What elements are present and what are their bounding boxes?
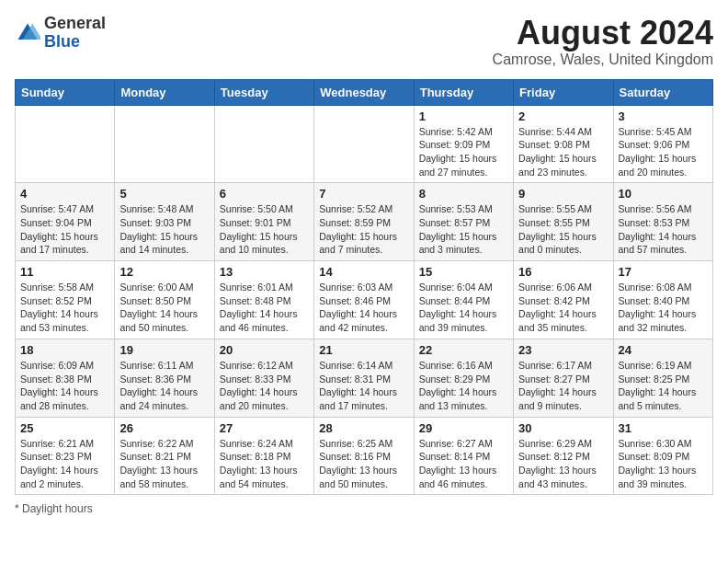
day-number: 7: [319, 187, 408, 201]
day-info: Sunrise: 5:42 AM Sunset: 9:09 PM Dayligh…: [419, 125, 508, 179]
column-header-monday: Monday: [115, 79, 214, 105]
day-info: Sunrise: 6:21 AM Sunset: 8:23 PM Dayligh…: [20, 437, 109, 491]
day-number: 6: [220, 187, 309, 201]
day-info: Sunrise: 6:12 AM Sunset: 8:33 PM Dayligh…: [220, 359, 309, 413]
day-cell: 5Sunrise: 5:48 AM Sunset: 9:03 PM Daylig…: [115, 183, 214, 261]
day-info: Sunrise: 5:50 AM Sunset: 9:01 PM Dayligh…: [220, 202, 309, 257]
day-cell: 25Sunrise: 6:21 AM Sunset: 8:23 PM Dayli…: [16, 417, 115, 495]
day-number: 9: [518, 187, 608, 201]
day-cell: 3Sunrise: 5:45 AM Sunset: 9:06 PM Daylig…: [613, 105, 712, 183]
day-info: Sunrise: 5:45 AM Sunset: 9:06 PM Dayligh…: [619, 125, 708, 179]
day-number: 1: [419, 109, 508, 123]
week-row-5: 25Sunrise: 6:21 AM Sunset: 8:23 PM Dayli…: [16, 417, 713, 495]
day-cell: 31Sunrise: 6:30 AM Sunset: 8:09 PM Dayli…: [613, 417, 712, 495]
footer-text: * Daylight hours: [15, 502, 93, 515]
day-cell: 12Sunrise: 6:00 AM Sunset: 8:50 PM Dayli…: [115, 261, 214, 339]
day-cell: 27Sunrise: 6:24 AM Sunset: 8:18 PM Dayli…: [214, 417, 313, 495]
day-info: Sunrise: 6:17 AM Sunset: 8:27 PM Dayligh…: [518, 359, 608, 413]
day-cell: 24Sunrise: 6:19 AM Sunset: 8:25 PM Dayli…: [613, 339, 712, 417]
logo-blue: Blue: [44, 32, 80, 51]
logo-icon: [15, 20, 40, 46]
footer-note: * Daylight hours: [15, 502, 713, 515]
week-row-1: 1Sunrise: 5:42 AM Sunset: 9:09 PM Daylig…: [16, 105, 713, 183]
day-cell: 14Sunrise: 6:03 AM Sunset: 8:46 PM Dayli…: [314, 261, 414, 339]
day-number: 31: [619, 421, 708, 435]
day-number: 26: [119, 421, 209, 435]
day-info: Sunrise: 6:01 AM Sunset: 8:48 PM Dayligh…: [220, 281, 309, 335]
day-number: 24: [619, 343, 708, 357]
day-info: Sunrise: 6:24 AM Sunset: 8:18 PM Dayligh…: [220, 437, 309, 491]
day-number: 13: [220, 265, 309, 279]
day-cell: 30Sunrise: 6:29 AM Sunset: 8:12 PM Dayli…: [514, 417, 613, 495]
header: General Blue August 2024 Camrose, Wales,…: [15, 15, 713, 68]
column-header-saturday: Saturday: [613, 79, 712, 105]
day-cell: 2Sunrise: 5:44 AM Sunset: 9:08 PM Daylig…: [514, 105, 613, 183]
day-number: 30: [518, 421, 608, 435]
day-cell: 4Sunrise: 5:47 AM Sunset: 9:04 PM Daylig…: [16, 183, 115, 261]
day-info: Sunrise: 6:03 AM Sunset: 8:46 PM Dayligh…: [319, 281, 408, 335]
day-info: Sunrise: 5:48 AM Sunset: 9:03 PM Dayligh…: [119, 202, 209, 257]
day-cell: [115, 105, 214, 183]
day-info: Sunrise: 6:19 AM Sunset: 8:25 PM Dayligh…: [619, 359, 708, 413]
day-number: 3: [619, 109, 708, 123]
day-number: 10: [619, 187, 708, 201]
day-info: Sunrise: 6:11 AM Sunset: 8:36 PM Dayligh…: [119, 359, 209, 413]
day-cell: 1Sunrise: 5:42 AM Sunset: 9:09 PM Daylig…: [414, 105, 513, 183]
day-info: Sunrise: 6:06 AM Sunset: 8:42 PM Dayligh…: [518, 281, 608, 335]
week-row-3: 11Sunrise: 5:58 AM Sunset: 8:52 PM Dayli…: [16, 261, 713, 339]
day-info: Sunrise: 6:14 AM Sunset: 8:31 PM Dayligh…: [319, 359, 408, 413]
calendar-table: SundayMondayTuesdayWednesdayThursdayFrid…: [15, 79, 713, 496]
day-cell: 21Sunrise: 6:14 AM Sunset: 8:31 PM Dayli…: [314, 339, 414, 417]
calendar-subtitle: Camrose, Wales, United Kingdom: [493, 52, 713, 68]
day-info: Sunrise: 6:09 AM Sunset: 8:38 PM Dayligh…: [20, 359, 109, 413]
day-number: 2: [518, 109, 608, 123]
day-info: Sunrise: 6:04 AM Sunset: 8:44 PM Dayligh…: [419, 281, 508, 335]
day-number: 17: [619, 265, 708, 279]
day-info: Sunrise: 6:25 AM Sunset: 8:16 PM Dayligh…: [319, 437, 408, 491]
day-info: Sunrise: 6:08 AM Sunset: 8:40 PM Dayligh…: [619, 281, 708, 335]
column-header-thursday: Thursday: [414, 79, 513, 105]
day-info: Sunrise: 5:44 AM Sunset: 9:08 PM Dayligh…: [518, 125, 608, 179]
week-row-4: 18Sunrise: 6:09 AM Sunset: 8:38 PM Dayli…: [16, 339, 713, 417]
logo: General Blue: [15, 15, 106, 52]
day-info: Sunrise: 5:47 AM Sunset: 9:04 PM Dayligh…: [20, 202, 109, 257]
day-cell: 13Sunrise: 6:01 AM Sunset: 8:48 PM Dayli…: [214, 261, 313, 339]
day-cell: 16Sunrise: 6:06 AM Sunset: 8:42 PM Dayli…: [514, 261, 613, 339]
day-info: Sunrise: 6:30 AM Sunset: 8:09 PM Dayligh…: [619, 437, 708, 491]
day-number: 5: [119, 187, 209, 201]
day-cell: 17Sunrise: 6:08 AM Sunset: 8:40 PM Dayli…: [613, 261, 712, 339]
day-cell: 29Sunrise: 6:27 AM Sunset: 8:14 PM Dayli…: [414, 417, 513, 495]
day-number: 4: [20, 187, 109, 201]
day-cell: 26Sunrise: 6:22 AM Sunset: 8:21 PM Dayli…: [115, 417, 214, 495]
day-cell: 19Sunrise: 6:11 AM Sunset: 8:36 PM Dayli…: [115, 339, 214, 417]
day-info: Sunrise: 5:53 AM Sunset: 8:57 PM Dayligh…: [419, 202, 508, 257]
day-cell: 28Sunrise: 6:25 AM Sunset: 8:16 PM Dayli…: [314, 417, 414, 495]
day-cell: 20Sunrise: 6:12 AM Sunset: 8:33 PM Dayli…: [214, 339, 313, 417]
day-info: Sunrise: 5:58 AM Sunset: 8:52 PM Dayligh…: [20, 281, 109, 335]
day-cell: 6Sunrise: 5:50 AM Sunset: 9:01 PM Daylig…: [214, 183, 313, 261]
title-area: August 2024 Camrose, Wales, United Kingd…: [493, 15, 713, 68]
column-header-sunday: Sunday: [16, 79, 115, 105]
day-cell: [214, 105, 313, 183]
day-info: Sunrise: 6:29 AM Sunset: 8:12 PM Dayligh…: [518, 437, 608, 491]
day-info: Sunrise: 5:55 AM Sunset: 8:55 PM Dayligh…: [518, 202, 608, 257]
day-number: 28: [319, 421, 408, 435]
column-header-tuesday: Tuesday: [214, 79, 313, 105]
day-cell: 18Sunrise: 6:09 AM Sunset: 8:38 PM Dayli…: [16, 339, 115, 417]
day-cell: 15Sunrise: 6:04 AM Sunset: 8:44 PM Dayli…: [414, 261, 513, 339]
day-cell: 22Sunrise: 6:16 AM Sunset: 8:29 PM Dayli…: [414, 339, 513, 417]
header-row: SundayMondayTuesdayWednesdayThursdayFrid…: [16, 79, 713, 105]
day-number: 23: [518, 343, 608, 357]
day-info: Sunrise: 5:56 AM Sunset: 8:53 PM Dayligh…: [619, 202, 708, 257]
day-number: 20: [220, 343, 309, 357]
day-cell: [314, 105, 414, 183]
week-row-2: 4Sunrise: 5:47 AM Sunset: 9:04 PM Daylig…: [16, 183, 713, 261]
day-info: Sunrise: 6:00 AM Sunset: 8:50 PM Dayligh…: [119, 281, 209, 335]
day-number: 29: [419, 421, 508, 435]
calendar-title: August 2024: [493, 15, 713, 52]
day-cell: 7Sunrise: 5:52 AM Sunset: 8:59 PM Daylig…: [314, 183, 414, 261]
day-info: Sunrise: 6:16 AM Sunset: 8:29 PM Dayligh…: [419, 359, 508, 413]
day-number: 19: [119, 343, 209, 357]
day-cell: 23Sunrise: 6:17 AM Sunset: 8:27 PM Dayli…: [514, 339, 613, 417]
day-cell: 9Sunrise: 5:55 AM Sunset: 8:55 PM Daylig…: [514, 183, 613, 261]
